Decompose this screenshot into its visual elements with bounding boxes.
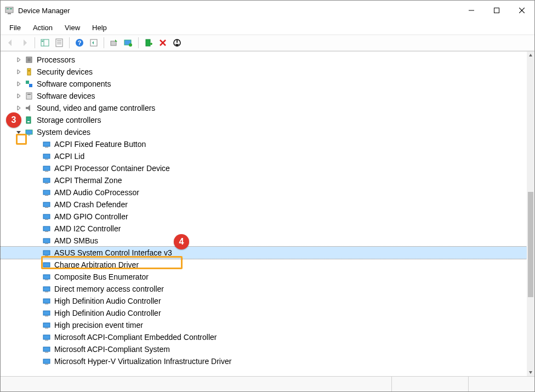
annotation-callout-3: 3 xyxy=(6,112,21,128)
svg-rect-58 xyxy=(45,280,48,280)
sound-icon xyxy=(25,104,33,112)
device-row[interactable]: ACPI Lid xyxy=(1,150,534,162)
device-row[interactable]: Microsoft ACPI-Compliant Embedded Contro… xyxy=(1,331,534,343)
device-row[interactable]: ACPI Fixed Feature Button xyxy=(1,138,534,150)
chevron-down-icon[interactable] xyxy=(15,128,22,136)
window-controls xyxy=(459,1,534,20)
svg-rect-37 xyxy=(43,154,50,158)
system-device-icon xyxy=(42,176,51,185)
chevron-right-icon[interactable] xyxy=(15,104,22,112)
scroll-up-arrow-icon[interactable] xyxy=(527,52,534,59)
add-legacy-hardware-button[interactable] xyxy=(142,36,155,49)
device-row[interactable]: High Definition Audio Controller xyxy=(1,295,534,307)
system-device-icon xyxy=(42,297,51,305)
svg-rect-70 xyxy=(45,352,48,353)
svg-rect-48 xyxy=(45,219,48,220)
device-row[interactable]: Microsoft Hyper-V Virtualization Infrast… xyxy=(1,355,534,367)
menu-help[interactable]: Help xyxy=(87,22,112,33)
device-row[interactable]: ASUS System Control Interface v3 xyxy=(1,247,534,259)
svg-rect-21 xyxy=(146,39,150,46)
svg-rect-71 xyxy=(43,359,50,363)
device-row[interactable]: ACPI Processor Container Device xyxy=(1,162,534,174)
device-row[interactable]: Microsoft ACPI-Compliant System xyxy=(1,343,534,355)
svg-rect-25 xyxy=(27,69,31,75)
properties-button[interactable] xyxy=(53,36,66,49)
device-row[interactable]: Composite Bus Enumerator xyxy=(1,271,534,283)
svg-rect-5 xyxy=(494,8,499,13)
device-tree[interactable]: ProcessorsSecurity devicesSoftware compo… xyxy=(1,52,534,376)
category-label: Processors xyxy=(37,55,75,64)
update-driver-button[interactable] xyxy=(107,36,121,49)
category-row[interactable]: Processors xyxy=(1,54,534,66)
close-button[interactable] xyxy=(509,1,534,20)
device-label: AMD GPIO Controller xyxy=(54,212,128,221)
svg-rect-8 xyxy=(41,39,49,46)
menu-file[interactable]: File xyxy=(4,22,26,33)
category-row[interactable]: System devices xyxy=(1,126,534,138)
minimize-button[interactable] xyxy=(459,1,484,20)
svg-rect-69 xyxy=(43,347,50,351)
chevron-right-icon[interactable] xyxy=(15,68,22,76)
device-row[interactable]: High Definition Audio Controller xyxy=(1,307,534,319)
device-label: Microsoft ACPI-Compliant System xyxy=(54,345,170,354)
svg-rect-1 xyxy=(7,8,9,9)
menu-view[interactable]: View xyxy=(59,22,86,33)
svg-rect-38 xyxy=(45,159,48,160)
device-row[interactable]: AMD Crash Defender xyxy=(1,198,534,211)
svg-rect-40 xyxy=(45,171,48,172)
scroll-down-arrow-icon[interactable] xyxy=(527,368,534,376)
system-device-icon xyxy=(42,248,51,257)
device-label: Microsoft ACPI-Compliant Embedded Contro… xyxy=(54,333,217,342)
system-device-icon xyxy=(42,236,51,245)
device-label: Charge Arbitration Driver xyxy=(54,260,139,269)
disable-device-button[interactable] xyxy=(170,36,184,49)
device-row[interactable]: High precision event timer xyxy=(1,319,534,331)
device-row[interactable]: AMD I2C Controller xyxy=(1,223,534,235)
svg-rect-68 xyxy=(45,340,48,340)
action-sheet-button[interactable] xyxy=(87,36,100,49)
chevron-right-icon[interactable] xyxy=(15,80,22,88)
device-label: Microsoft Hyper-V Virtualization Infrast… xyxy=(54,357,231,366)
svg-rect-11 xyxy=(56,39,62,47)
device-row[interactable]: AMD Audio CoProcessor xyxy=(1,186,534,198)
svg-point-20 xyxy=(129,43,132,47)
device-row[interactable]: AMD GPIO Controller xyxy=(1,211,534,223)
scrollbar-thumb[interactable] xyxy=(528,192,533,297)
device-row[interactable]: ACPI Thermal Zone xyxy=(1,174,534,186)
category-row[interactable]: Software devices xyxy=(1,90,534,102)
help-button[interactable]: ? xyxy=(73,36,86,49)
svg-rect-63 xyxy=(43,311,50,315)
annotation-callout-4: 4 xyxy=(174,234,189,249)
svg-rect-55 xyxy=(43,263,50,267)
svg-rect-46 xyxy=(45,207,48,208)
maximize-button[interactable] xyxy=(484,1,509,20)
uninstall-device-button[interactable] xyxy=(156,36,169,49)
chevron-right-icon[interactable] xyxy=(15,56,22,64)
device-label: AMD SMBus xyxy=(54,236,98,245)
vertical-scrollbar[interactable] xyxy=(527,52,534,376)
cpu-icon xyxy=(25,55,33,64)
scan-hardware-button[interactable] xyxy=(122,36,135,49)
menu-action[interactable]: Action xyxy=(27,22,58,33)
system-device-icon xyxy=(42,224,51,233)
system-device-icon xyxy=(42,321,51,329)
svg-rect-65 xyxy=(43,323,50,327)
category-row[interactable]: Security devices xyxy=(1,66,534,78)
content-area: ProcessorsSecurity devicesSoftware compo… xyxy=(1,51,534,376)
category-row[interactable]: Sound, video and game controllers xyxy=(1,102,534,114)
svg-rect-0 xyxy=(5,7,13,13)
system-icon xyxy=(25,128,33,137)
svg-rect-29 xyxy=(26,93,32,99)
category-row[interactable]: Software components xyxy=(1,78,534,90)
device-row[interactable]: Direct memory access controller xyxy=(1,283,534,295)
show-hide-console-tree-button[interactable] xyxy=(38,36,52,49)
svg-rect-66 xyxy=(45,328,48,328)
device-label: High precision event timer xyxy=(54,321,143,329)
device-row[interactable]: AMD SMBus xyxy=(1,235,534,247)
device-row[interactable]: Charge Arbitration Driver xyxy=(1,259,534,271)
chevron-right-icon[interactable] xyxy=(15,92,22,100)
category-row[interactable]: Storage controllers xyxy=(1,114,534,126)
system-device-icon xyxy=(42,200,51,209)
svg-rect-56 xyxy=(45,268,48,268)
svg-rect-31 xyxy=(26,117,31,123)
